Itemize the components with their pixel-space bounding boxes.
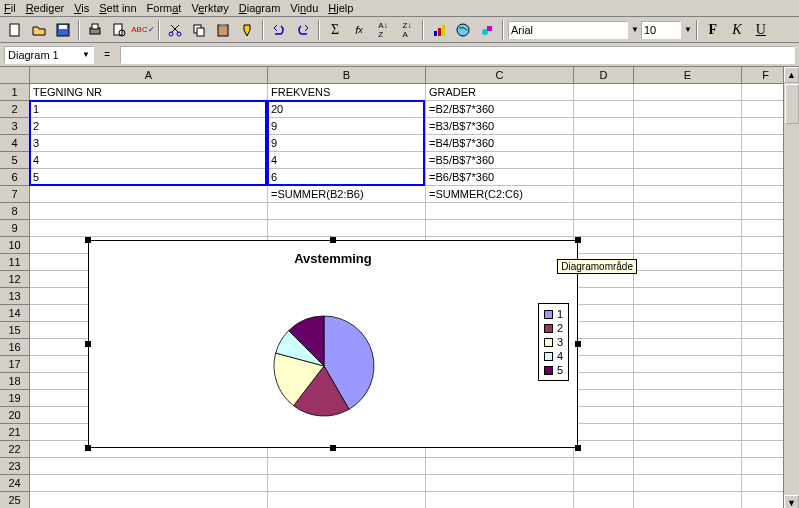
- cell[interactable]: [574, 356, 634, 373]
- sort-desc-button[interactable]: Z↓A: [396, 19, 418, 41]
- col-header[interactable]: E: [634, 67, 742, 83]
- italic-button[interactable]: K: [726, 19, 748, 41]
- row-header[interactable]: 2: [0, 101, 29, 118]
- sort-asc-button[interactable]: A↓Z: [372, 19, 394, 41]
- cell[interactable]: [634, 492, 742, 508]
- cell[interactable]: 5: [30, 169, 268, 186]
- scroll-down-button[interactable]: ▼: [784, 495, 799, 508]
- cell[interactable]: =B6/B$7*360: [426, 169, 574, 186]
- cell[interactable]: 9: [268, 118, 426, 135]
- cell[interactable]: [30, 220, 268, 237]
- embedded-chart[interactable]: Avstemming Diagramområde 1 2 3 4 5: [88, 240, 578, 448]
- cell[interactable]: [574, 152, 634, 169]
- cell[interactable]: =B5/B$7*360: [426, 152, 574, 169]
- cell[interactable]: [574, 135, 634, 152]
- menu-window[interactable]: Vindu: [290, 2, 318, 14]
- cell[interactable]: [634, 169, 742, 186]
- row-header[interactable]: 11: [0, 254, 29, 271]
- row-header[interactable]: 8: [0, 203, 29, 220]
- function-button[interactable]: fx: [348, 19, 370, 41]
- cell[interactable]: [268, 475, 426, 492]
- cell[interactable]: [268, 220, 426, 237]
- name-dropdown-icon[interactable]: ▼: [82, 50, 90, 59]
- cell[interactable]: [634, 390, 742, 407]
- row-header[interactable]: 18: [0, 373, 29, 390]
- resize-handle[interactable]: [575, 341, 581, 347]
- cell[interactable]: 20: [268, 101, 426, 118]
- cell[interactable]: [426, 203, 574, 220]
- menu-diagram[interactable]: Diagram: [239, 2, 281, 14]
- cell[interactable]: [574, 322, 634, 339]
- cell[interactable]: [426, 492, 574, 508]
- cell[interactable]: 4: [268, 152, 426, 169]
- formula-input[interactable]: [120, 46, 795, 64]
- cell[interactable]: [30, 186, 268, 203]
- cell[interactable]: [634, 186, 742, 203]
- row-header[interactable]: 21: [0, 424, 29, 441]
- row-header[interactable]: 15: [0, 322, 29, 339]
- row-header[interactable]: 25: [0, 492, 29, 508]
- bold-button[interactable]: F: [702, 19, 724, 41]
- cell[interactable]: FREKVENS: [268, 84, 426, 101]
- cell[interactable]: [574, 186, 634, 203]
- cells[interactable]: TEGNING NRFREKVENSGRADER 120=B2/B$7*360 …: [30, 84, 799, 508]
- resize-handle[interactable]: [85, 445, 91, 451]
- resize-handle[interactable]: [85, 341, 91, 347]
- chart-title[interactable]: Avstemming: [89, 251, 577, 266]
- cell[interactable]: [574, 475, 634, 492]
- cell[interactable]: [574, 118, 634, 135]
- cell[interactable]: [634, 203, 742, 220]
- row-header[interactable]: 14: [0, 305, 29, 322]
- menu-format[interactable]: Format: [147, 2, 182, 14]
- row-header[interactable]: 20: [0, 407, 29, 424]
- menu-insert[interactable]: Sett inn: [99, 2, 136, 14]
- size-dropdown-icon[interactable]: ▼: [684, 25, 692, 34]
- cell[interactable]: [634, 407, 742, 424]
- cell[interactable]: [574, 84, 634, 101]
- copy-button[interactable]: [188, 19, 210, 41]
- save-button[interactable]: [52, 19, 74, 41]
- row-header[interactable]: 24: [0, 475, 29, 492]
- cell[interactable]: [574, 407, 634, 424]
- cell[interactable]: [30, 475, 268, 492]
- cell[interactable]: 3: [30, 135, 268, 152]
- row-header[interactable]: 17: [0, 356, 29, 373]
- scroll-up-button[interactable]: ▲: [784, 67, 799, 83]
- resize-handle[interactable]: [330, 445, 336, 451]
- cell[interactable]: [634, 271, 742, 288]
- print-button[interactable]: [84, 19, 106, 41]
- cell[interactable]: [574, 237, 634, 254]
- chart-legend[interactable]: 1 2 3 4 5: [538, 303, 569, 381]
- cell[interactable]: [634, 237, 742, 254]
- new-button[interactable]: [4, 19, 26, 41]
- cell[interactable]: [268, 458, 426, 475]
- cell[interactable]: [634, 305, 742, 322]
- cell[interactable]: [268, 492, 426, 508]
- cell[interactable]: [634, 356, 742, 373]
- cell[interactable]: [634, 288, 742, 305]
- row-header[interactable]: 13: [0, 288, 29, 305]
- redo-button[interactable]: [292, 19, 314, 41]
- cut-button[interactable]: [164, 19, 186, 41]
- cell[interactable]: [634, 424, 742, 441]
- row-header[interactable]: 23: [0, 458, 29, 475]
- cell[interactable]: 6: [268, 169, 426, 186]
- menu-edit[interactable]: Rediger: [26, 2, 65, 14]
- cell[interactable]: =SUMMER(B2:B6): [268, 186, 426, 203]
- row-header[interactable]: 16: [0, 339, 29, 356]
- undo-button[interactable]: [268, 19, 290, 41]
- scroll-thumb[interactable]: [785, 84, 799, 124]
- row-header[interactable]: 5: [0, 152, 29, 169]
- cell[interactable]: [634, 254, 742, 271]
- cell[interactable]: 4: [30, 152, 268, 169]
- cell[interactable]: [426, 220, 574, 237]
- cell[interactable]: =B3/B$7*360: [426, 118, 574, 135]
- menu-file[interactable]: FFilil: [4, 2, 16, 14]
- cell[interactable]: [574, 339, 634, 356]
- spellcheck-button[interactable]: ABC✓: [132, 19, 154, 41]
- cell[interactable]: TEGNING NR: [30, 84, 268, 101]
- cell[interactable]: [574, 492, 634, 508]
- paste-button[interactable]: [212, 19, 234, 41]
- cell[interactable]: [574, 424, 634, 441]
- cell[interactable]: [574, 203, 634, 220]
